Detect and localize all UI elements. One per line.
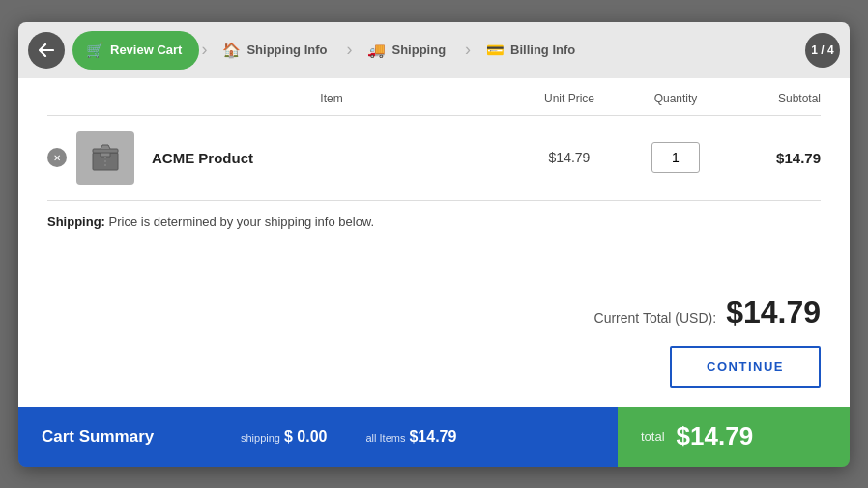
footer-cart-summary: Cart Summary <box>18 407 212 467</box>
nav-step-shipping-label: Shipping <box>391 43 446 57</box>
nav-step-shipping-info[interactable]: 🏠 Shipping Info <box>209 31 344 70</box>
col-header-subtotal: Subtotal <box>724 92 821 105</box>
total-amount: $14.79 <box>726 295 821 330</box>
shipping-note: Shipping: Price is determined by your sh… <box>47 201 821 239</box>
footer-middle: shipping $ 0.00 all Items $14.79 <box>212 407 618 467</box>
product-subtotal: $14.79 <box>724 150 821 166</box>
footer-total-value: $14.79 <box>677 421 754 451</box>
table-row: ACME Product $14.79 $14.79 <box>47 116 821 201</box>
quantity-field <box>627 142 724 173</box>
nav-step-review-cart-label: Review Cart <box>110 43 182 57</box>
shipping-note-label: Shipping: <box>47 215 105 229</box>
checkout-container: 🛒 Review Cart › 🏠 Shipping Info › 🚚 Ship… <box>18 22 850 467</box>
step-counter: 1 / 4 <box>805 33 840 68</box>
continue-button[interactable]: CONTINUE <box>670 346 821 388</box>
col-header-quantity: Quantity <box>627 92 724 105</box>
footer-shipping: shipping $ 0.00 <box>241 428 327 445</box>
footer-total: total $14.79 <box>618 407 850 467</box>
checkout-nav: 🛒 Review Cart › 🏠 Shipping Info › 🚚 Ship… <box>18 22 850 78</box>
nav-arrow-2: › <box>346 40 352 60</box>
footer-total-label: total <box>641 429 665 444</box>
footer-shipping-label: shipping <box>241 432 280 444</box>
back-button[interactable] <box>28 32 65 69</box>
footer-all-items-label: all Items <box>365 432 405 444</box>
svg-rect-1 <box>93 149 118 153</box>
cart-icon: 🛒 <box>86 42 104 59</box>
main-content: Item Unit Price Quantity Subtotal <box>18 78 850 407</box>
nav-step-shipping-info-label: Shipping Info <box>246 43 327 57</box>
nav-step-review-cart[interactable]: 🛒 Review Cart <box>72 31 199 70</box>
product-image <box>76 131 134 185</box>
nav-steps: 🛒 Review Cart › 🏠 Shipping Info › 🚚 Ship… <box>72 22 805 78</box>
footer-shipping-value: $ 0.00 <box>284 428 327 445</box>
total-label: Current Total (USD): <box>594 310 717 326</box>
remove-item-button[interactable] <box>47 148 67 167</box>
billing-icon: 💳 <box>486 42 505 59</box>
total-section: Current Total (USD): $14.79 CONTINUE <box>47 285 821 388</box>
footer-all-items: all Items $14.79 <box>365 428 456 445</box>
footer-all-items-value: $14.79 <box>409 428 456 445</box>
col-header-unit-price: Unit Price <box>511 92 627 105</box>
nav-step-billing[interactable]: 💳 Billing Info <box>473 31 593 70</box>
nav-step-shipping[interactable]: 🚚 Shipping <box>354 31 463 70</box>
table-header: Item Unit Price Quantity Subtotal <box>47 78 821 116</box>
cart-summary-footer: Cart Summary shipping $ 0.00 all Items $… <box>18 407 850 467</box>
cart-summary-label: Cart Summary <box>42 427 154 446</box>
nav-arrow-3: › <box>465 40 471 60</box>
nav-arrow-1: › <box>201 40 207 60</box>
shipping-note-text: Price is determined by your shipping inf… <box>109 215 375 229</box>
nav-step-billing-label: Billing Info <box>510 43 575 57</box>
current-total: Current Total (USD): $14.79 <box>594 295 821 330</box>
product-name: ACME Product <box>152 150 511 166</box>
product-unit-price: $14.79 <box>511 150 627 165</box>
quantity-input[interactable] <box>651 142 700 173</box>
truck-icon: 🚚 <box>367 42 386 59</box>
col-header-item: Item <box>152 92 511 105</box>
home-icon: 🏠 <box>222 42 241 59</box>
